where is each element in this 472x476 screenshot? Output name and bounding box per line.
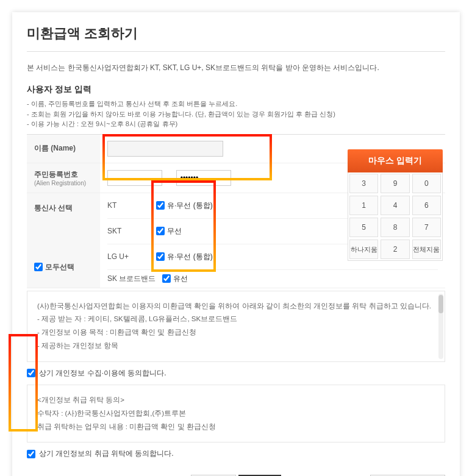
consent-row-1: 상기 개인정보 수집·이용에 동의합니다. [27, 362, 445, 385]
rrn-label-text: 주민등록번호 [34, 170, 78, 179]
keypad-key-8[interactable]: 8 [381, 218, 409, 237]
carrier-name-kt: KT [107, 201, 156, 210]
mouse-keypad: 마우스 입력기 3 9 0 1 4 6 5 8 7 하나지움 2 전체지움 [348, 149, 443, 261]
carrier-option-kt: 유·무선 (통합) [167, 201, 213, 211]
select-all-label: 모두선택 [45, 262, 74, 272]
carrier-option-lgu: 유·무선 (통합) [167, 252, 213, 262]
keypad-clear-one[interactable]: 하나지움 [349, 240, 378, 259]
section-title: 사용자 정보 입력 [27, 84, 445, 95]
info-line: (사)한국통신사업자연합회는 이용자의 미환급액 확인을 위하여 아래와 같이 … [37, 300, 435, 313]
carrier-name-lgu: LG U+ [107, 252, 156, 261]
keypad-clear-all[interactable]: 전체지움 [412, 240, 441, 259]
divider [27, 51, 445, 52]
note-line: - 이름, 주민등록번호를 입력하고 통신사 선택 후 조회 버튼을 누르세요. [27, 99, 445, 109]
rrn-front-input[interactable] [107, 170, 162, 186]
info-line: <개인정보 취급 위탁 동의> [37, 394, 435, 407]
keypad-key-6[interactable]: 6 [412, 196, 441, 215]
scrollbar[interactable] [438, 294, 443, 359]
note-line: - 조회는 회원 가입을 하지 않아도 바로 이용 가능합니다. (단, 환급액… [27, 109, 445, 119]
notes: - 이름, 주민등록번호를 입력하고 통신사 선택 후 조회 버튼을 누르세요.… [27, 99, 445, 129]
carrier-name-skt: SKT [107, 227, 156, 235]
entrust-info-box: <개인정보 취급 위탁 동의> 수탁자 : (사)한국통신사업자연합회,(주)트… [27, 385, 445, 443]
carrier-checkbox-skt[interactable] [156, 227, 165, 235]
consent1-checkbox[interactable] [27, 369, 35, 377]
carrier-checkbox-skb[interactable] [162, 274, 171, 283]
intro-text: 본 서비스는 한국통신사업자연합회가 KT, SKT, LG U+, SK브로드… [27, 63, 445, 73]
rrn-sub-text: (Alien Registration) [34, 180, 93, 186]
consent2-label: 상기 개인정보의 취급 위탁에 동의합니다. [39, 449, 174, 459]
keypad-key-3[interactable]: 3 [349, 174, 378, 193]
note-line: - 이용 가능 시간 : 오전 9시~오후 8시 (공휴일 휴무) [27, 119, 445, 129]
name-label: 이름 (Name) [27, 134, 100, 163]
keypad-key-0[interactable]: 0 [412, 174, 441, 193]
page-title: 미환급액 조회하기 [27, 24, 445, 43]
info-line: - 제공하는 개인정보 항목 [37, 339, 435, 353]
carrier-select-label: 통신사 선택 모두선택 [27, 193, 100, 288]
info-line: - 개인정보 이용 목적 : 미환급액 확인 및 환급신청 [37, 326, 435, 339]
keypad-key-4[interactable]: 4 [381, 196, 409, 215]
consent1-label: 상기 개인정보 수집·이용에 동의합니다. [39, 368, 166, 378]
keypad-key-9[interactable]: 9 [381, 174, 409, 193]
info-line: 수탁자 : (사)한국통신사업자연합회,(주)트루본 [37, 407, 435, 421]
keypad-title: 마우스 입력기 [348, 149, 443, 172]
name-input[interactable] [107, 141, 223, 157]
info-line: 취급 위탁하는 업무의 내용 : 미환급액 확인 및 환급신청 [37, 421, 435, 434]
carrier-checkbox-kt[interactable] [156, 201, 165, 210]
carrier-label-text: 통신사 선택 [34, 203, 93, 213]
keypad-key-2[interactable]: 2 [381, 240, 409, 259]
keypad-key-7[interactable]: 7 [412, 218, 441, 237]
carrier-name-skb: SK 브로드밴드 [107, 274, 162, 284]
rrn-back-input[interactable] [176, 170, 231, 186]
rrn-label: 주민등록번호 (Alien Registration) [27, 163, 100, 193]
carrier-checkbox-lgu[interactable] [156, 252, 165, 261]
carrier-option-skt: 무선 [167, 226, 182, 236]
consent2-checkbox[interactable] [27, 450, 35, 458]
consent-row-2: 상기 개인정보의 취급 위탁에 동의합니다. [27, 442, 445, 465]
select-all-checkbox[interactable] [34, 263, 43, 271]
keypad-key-5[interactable]: 5 [349, 218, 378, 237]
carrier-option-skb: 유선 [173, 274, 188, 284]
carrier-row-skb: SK 브로드밴드 유선 [107, 270, 438, 288]
rrn-dash: - [168, 174, 170, 182]
info-line: - 제공 받는 자 : 케이티, SK텔레콤, LG유플러스, SK브로드밴드 [37, 313, 435, 326]
privacy-info-box: (사)한국통신사업자연합회는 이용자의 미환급액 확인을 위하여 아래와 같이 … [27, 291, 445, 362]
keypad-key-1[interactable]: 1 [349, 196, 378, 215]
